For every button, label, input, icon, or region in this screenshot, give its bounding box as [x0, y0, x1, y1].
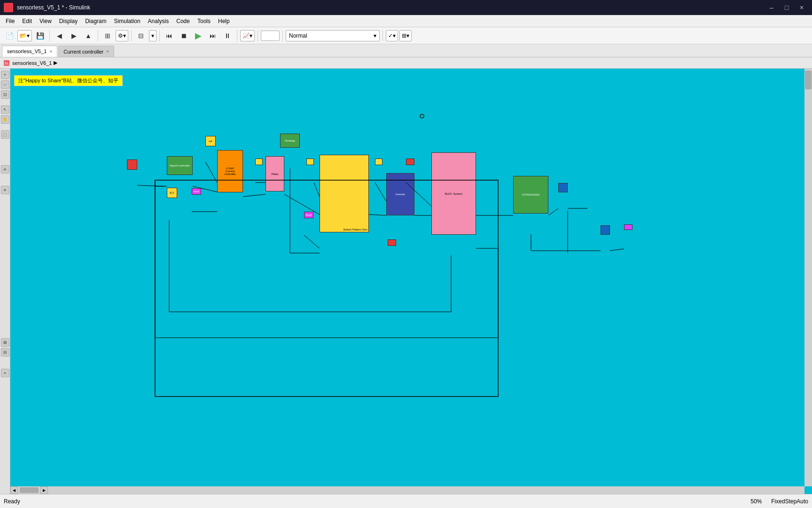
menu-item-code[interactable]: Code [172, 17, 194, 25]
annotation-button[interactable]: A [1, 165, 9, 174]
status-text: Ready [4, 498, 20, 505]
bottom-tool2[interactable]: ⊟ [1, 348, 9, 357]
zoom-fit-button[interactable]: ⊡ [1, 90, 9, 99]
right-scrollbar[interactable] [804, 69, 812, 486]
open-dropdown[interactable]: 📂▾ [17, 30, 32, 41]
tab-sensorless-label: sensorless_V5_1 [7, 48, 47, 54]
redo-button[interactable]: ▶ [67, 29, 80, 42]
scope-dropdown[interactable]: 📈▾ [240, 30, 255, 41]
block-stpdrv8305[interactable]: STPDRV8305 [513, 176, 548, 214]
up-button[interactable]: ▲ [82, 29, 95, 42]
block-small-blue3[interactable] [601, 225, 610, 235]
block-small-magenta3[interactable] [624, 224, 632, 230]
pointer-tool[interactable]: ↖ [1, 105, 9, 114]
menu-item-view[interactable]: View [36, 17, 55, 25]
sim-mode-dropdown[interactable]: Normal ▾ [286, 30, 380, 41]
block-lef[interactable]: Lef [205, 136, 216, 146]
scroll-thumb[interactable] [20, 487, 39, 493]
svg-rect-3 [9, 8, 12, 11]
run-button[interactable]: ▶ [192, 29, 205, 42]
library-button[interactable]: ⊞ [101, 29, 114, 42]
menu-item-simulation[interactable]: Simulation [110, 17, 144, 25]
block-reset[interactable]: Reset [304, 212, 313, 218]
block-inverter[interactable]: Inverter [386, 173, 414, 215]
block-pldes[interactable]: Pldes [265, 156, 284, 191]
block-small-yellow4[interactable] [306, 159, 314, 165]
block-harm[interactable]: Harm [192, 188, 201, 195]
tabs-bar: sensorless_V5_1 × Current controller × [0, 44, 812, 57]
block-strategy[interactable]: Strategy [280, 134, 300, 148]
pause-button[interactable]: ⏸ [221, 29, 234, 42]
svg-line-28 [304, 235, 320, 248]
left-sidebar: + − ⊡ ↖ ✋ ⬚ A ≡ ⊞ ⊟ » [0, 69, 10, 494]
view-dropdown[interactable]: ▾ [149, 30, 156, 41]
zoom-out-button[interactable]: − [1, 80, 9, 89]
diagram-connections [0, 69, 812, 494]
svg-line-12 [314, 183, 320, 197]
svg-rect-1 [9, 4, 12, 7]
bottom-tool1[interactable]: ⊞ [1, 338, 9, 347]
new-button[interactable]: 📄 [3, 29, 16, 42]
grid2-dropdown[interactable]: ⊞▾ [399, 30, 412, 41]
undo-button[interactable]: ◀ [53, 29, 66, 42]
menu-item-help[interactable]: Help [214, 17, 234, 25]
annotation-banner: 注"Happy to Share"B站、微信公众号、知乎 [14, 75, 123, 86]
block-target-speed[interactable] [127, 159, 137, 170]
block-bldc-system[interactable]: BLDC System [431, 152, 476, 235]
check-dropdown[interactable]: ✓▾ [386, 30, 398, 41]
cursor [420, 114, 424, 119]
breadcrumb-arrow: ▶ [54, 60, 57, 66]
menu-item-file[interactable]: File [2, 17, 18, 25]
menu-item-display[interactable]: Display [55, 17, 81, 25]
scroll-left-arrow[interactable]: ◀ [10, 486, 18, 494]
window-controls: – □ × [765, 3, 808, 12]
menu-item-analysis[interactable]: Analysis [144, 17, 173, 25]
svg-line-16 [375, 183, 386, 201]
svg-line-29 [205, 162, 217, 183]
save-button[interactable]: 💾 [33, 29, 47, 42]
app-icon [4, 3, 13, 12]
pan-tool[interactable]: ✋ [1, 115, 9, 124]
block-act-type[interactable]: ACT [167, 188, 177, 198]
sep6 [258, 30, 258, 41]
zoom-region-button[interactable]: ⬚ [1, 130, 9, 139]
block-speed-controller[interactable]: Speed controller [167, 156, 193, 175]
expand-icon[interactable]: » [1, 369, 9, 377]
block-current-controller[interactable]: V REFCurrentcontroller [217, 150, 243, 192]
svg-line-7 [137, 185, 167, 186]
sep3 [131, 30, 132, 41]
svg-line-15 [369, 214, 386, 215]
menu-item-diagram[interactable]: Diagram [81, 17, 110, 25]
step-back-button[interactable]: ⏮ [163, 29, 176, 42]
block-ia-lim-top[interactable] [406, 159, 414, 165]
maximize-button[interactable]: □ [780, 3, 793, 12]
settings-dropdown[interactable]: ⚙▾ [116, 30, 128, 41]
grid-button[interactable]: ⊟ [134, 29, 148, 42]
scroll-right-arrow[interactable]: ▶ [40, 486, 48, 494]
sep5 [237, 30, 237, 41]
step-fwd-button[interactable]: ⏭ [206, 29, 219, 42]
view-toggle[interactable]: ≡ [1, 186, 9, 194]
block-switch-pattern-gen[interactable]: Switch Pattern Gen [320, 155, 369, 232]
block-small-yellow3[interactable] [255, 159, 263, 165]
canvas-area[interactable]: + − ⊡ ↖ ✋ ⬚ A ≡ ⊞ ⊟ » ◀ ▶ 注"Happy to Sha… [0, 69, 812, 494]
tab-current-controller[interactable]: Current controller × [58, 46, 114, 57]
sim-time-input[interactable]: 1 [261, 31, 280, 41]
block-ia-lim-bottom[interactable] [388, 239, 396, 246]
window-title: sensorless_V5_1 * - Simulink [17, 4, 765, 11]
bottom-scrollbar[interactable]: ◀ ▶ [10, 486, 804, 494]
tab-sensorless-close[interactable]: × [49, 49, 52, 54]
menu-item-tools[interactable]: Tools [194, 17, 214, 25]
svg-line-11 [284, 194, 320, 214]
breadcrumb-text[interactable]: sensorless_V6_1 [12, 60, 52, 66]
block-small-yellow5[interactable] [375, 159, 383, 165]
tab-sensorless[interactable]: sensorless_V5_1 × [2, 46, 57, 57]
menu-item-edit[interactable]: Edit [18, 17, 36, 25]
zoom-in-button[interactable]: + [1, 71, 9, 79]
tab-current-controller-close[interactable]: × [106, 49, 109, 54]
minimize-button[interactable]: – [765, 3, 778, 12]
stop-button[interactable]: ⏹ [177, 29, 190, 42]
sep7 [282, 30, 283, 41]
block-small-blue2[interactable] [558, 183, 568, 192]
close-button[interactable]: × [795, 3, 808, 12]
